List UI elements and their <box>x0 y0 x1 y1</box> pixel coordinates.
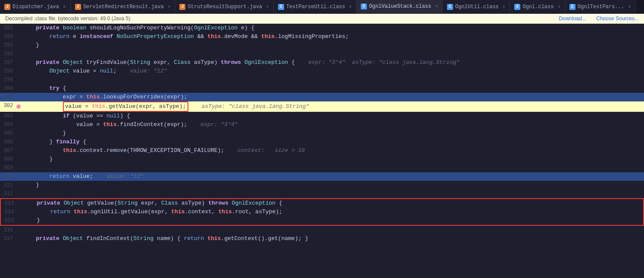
tab-close-servletredirect[interactable]: × <box>168 4 171 9</box>
code-line-307: 307 this.context.remove(THROW_EXCEPTION_… <box>0 146 644 155</box>
code-line-306: 306 } finally { <box>0 138 644 146</box>
breakpoint-dot <box>16 104 21 109</box>
infobar-actions: Download... Choose Sources... <box>550 16 639 22</box>
tab-label: StrutsResultSupport.java <box>188 4 262 10</box>
tab-textparse[interactable]: C TextParseUtil.class × <box>274 0 356 13</box>
tab-ognltextpars[interactable]: C OgnlTextPars... × <box>565 0 636 13</box>
gutter-icon <box>16 84 21 93</box>
gutter-icon <box>16 190 21 198</box>
tab-label: Dispatcher.java <box>13 4 59 10</box>
line-content: } <box>21 155 644 164</box>
code-line-300: 300 try { <box>0 84 644 93</box>
tab-close-textparse[interactable]: × <box>349 4 352 9</box>
tab-label: OgnlUtil.class <box>455 4 499 10</box>
line-number: 306 <box>0 138 16 146</box>
code-area: 293 private boolean shouldLogNoSuchPrope… <box>0 24 644 274</box>
line-content: value = this.getValue(expr, asType); asT… <box>21 101 644 112</box>
code-line-312: 312 <box>0 190 644 198</box>
tab-strutsresult[interactable]: J StrutsResultSupport.java × <box>175 0 273 13</box>
tab-close-ognlutil[interactable]: × <box>503 4 506 9</box>
java-file-icon: J <box>75 4 81 10</box>
info-bar: Decompiled .class file, bytecode version… <box>0 14 644 24</box>
gutter-icon <box>16 112 21 120</box>
line-number: 300 <box>0 84 16 93</box>
gutter-icon <box>16 181 21 190</box>
download-link[interactable]: Download... <box>559 16 586 22</box>
line-number: 295 <box>0 41 16 50</box>
tab-ognlvaluestack[interactable]: C OgnlValueStack.class × <box>356 0 443 13</box>
tab-close-dispatcher[interactable]: × <box>63 4 66 9</box>
gutter-icon <box>16 138 21 146</box>
line-number: 298 <box>0 67 16 76</box>
line-content: try { <box>21 84 644 93</box>
line-content: } <box>21 181 644 190</box>
line-number: 316 <box>0 226 16 234</box>
line-number: 305 <box>0 129 16 138</box>
code-line-308: 308 } <box>0 155 644 164</box>
line-content: Object value = null; value: "12" <box>21 67 644 76</box>
class-file-icon: C <box>514 4 520 10</box>
gutter-icon <box>16 172 21 181</box>
gutter-icon <box>16 155 21 164</box>
gutter-icon <box>17 208 22 216</box>
gutter-icon <box>16 146 21 155</box>
class-file-icon: C <box>447 4 453 10</box>
code-line-294: 294 return e instanceof NoSuchPropertyEx… <box>0 32 644 41</box>
line-number: 314 <box>1 208 17 216</box>
line-number: 303 <box>0 112 16 120</box>
line-content: return e instanceof NoSuchPropertyExcept… <box>21 32 644 41</box>
tab-ognl[interactable]: C Ognl.class × <box>510 0 565 13</box>
line-number: 302 <box>0 101 16 112</box>
line-content: return value; value: "12" <box>21 172 644 181</box>
line-content <box>21 50 644 58</box>
tab-close-ognlvaluestack[interactable]: × <box>435 4 438 9</box>
code-line-304: 304 value = this.findInContext(expr); ex… <box>0 120 644 129</box>
code-line-303: 303 if (value == null) { <box>0 112 644 120</box>
gutter-icon <box>16 67 21 76</box>
tab-dispatcher[interactable]: J Dispatcher.java × <box>0 0 71 13</box>
line-content: return this.ognlUtil.getValue(expr, this… <box>22 208 643 216</box>
code-lines: 293 private boolean shouldLogNoSuchPrope… <box>0 24 644 274</box>
line-number: 299 <box>0 76 16 84</box>
tab-servletredirect[interactable]: J ServletRedirectResult.java × <box>71 0 175 13</box>
line-number: 315 <box>1 216 17 225</box>
tab-label: OgnlValueStack.class <box>369 3 431 9</box>
gutter-icon <box>16 76 21 84</box>
line-content: private Object findInContext(String name… <box>21 234 644 243</box>
decompile-info: Decompiled .class file, bytecode version… <box>5 16 130 22</box>
line-number: 293 <box>0 24 16 32</box>
line-number: 301 <box>0 93 16 101</box>
code-line-314: 314 return this.ognlUtil.getValue(expr, … <box>0 208 644 216</box>
line-content <box>21 164 644 172</box>
gutter-icon <box>17 199 22 208</box>
tab-close-ognltextpars[interactable]: × <box>628 4 631 9</box>
java-file-icon: J <box>4 4 10 10</box>
tab-close-ognl[interactable]: × <box>557 4 560 9</box>
code-line-301: 301 expr = this.lookupForOverrides(expr)… <box>0 93 644 101</box>
line-number: 310 <box>0 172 16 181</box>
tab-bar: J Dispatcher.java × J ServletRedirectRes… <box>0 0 644 14</box>
code-line-315: 315 } <box>0 216 644 226</box>
gutter-icon <box>16 226 21 234</box>
code-line-297: 297 private Object tryFindValue(String e… <box>0 58 644 67</box>
line-content: private Object tryFindValue(String expr,… <box>21 58 644 67</box>
tab-ognlutil[interactable]: C OgnlUtil.class × <box>443 0 510 13</box>
gutter-icon <box>16 164 21 172</box>
tab-label: TextParseUtil.class <box>286 4 345 10</box>
line-content: private boolean shouldLogNoSuchPropertyW… <box>21 24 644 32</box>
line-number: 308 <box>0 155 16 164</box>
line-number: 307 <box>0 146 16 155</box>
line-content: } finally { <box>21 138 644 146</box>
tab-close-strutsresult[interactable]: × <box>266 4 269 9</box>
tab-label: OgnlTextPars... <box>578 4 624 10</box>
line-number: 294 <box>0 32 16 41</box>
code-line-305: 305 } <box>0 129 644 138</box>
gutter-icon <box>16 101 21 112</box>
gutter-icon <box>16 24 21 32</box>
line-number: 313 <box>1 199 17 208</box>
line-content: } <box>22 216 643 225</box>
line-content <box>21 226 644 234</box>
choose-sources-link[interactable]: Choose Sources... <box>596 16 639 22</box>
code-line-298: 298 Object value = null; value: "12" <box>0 67 644 76</box>
line-number: 311 <box>0 181 16 190</box>
